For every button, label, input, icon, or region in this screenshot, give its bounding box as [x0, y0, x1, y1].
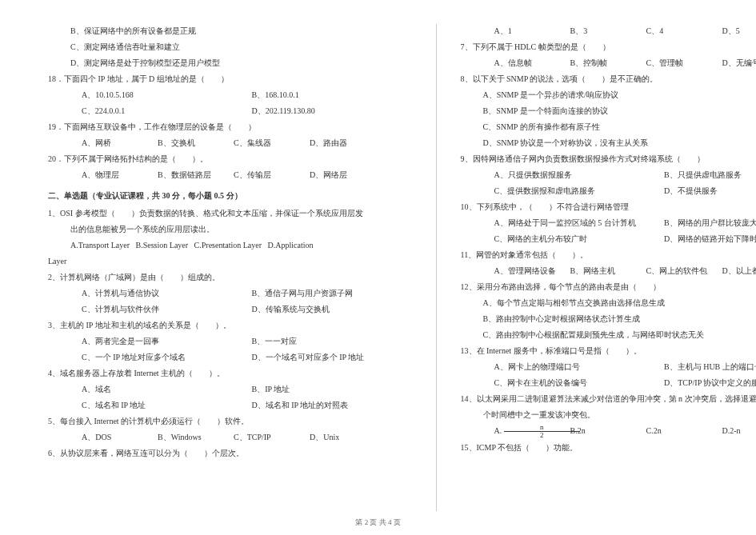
options-row: A、计算机与通信协议 B、通信子网与用户资源子网: [48, 286, 420, 301]
option: C、集线器: [234, 136, 310, 150]
option: A、1: [494, 24, 570, 38]
option: A、网卡上的物理端口号: [494, 360, 662, 374]
question-stem: 2、计算机网络（广域网）是由（ ）组成的。: [48, 270, 420, 285]
option: A、域名: [82, 382, 250, 397]
option: B、一一对应: [252, 334, 420, 349]
question-stem: 13、在 Internet 服务中，标准端口号是指（ ）。: [461, 344, 757, 358]
option: B.2n: [570, 424, 646, 439]
option: C、传输层: [234, 168, 310, 182]
option: D.Application: [268, 241, 314, 250]
question-stem: 18．下面四个 IP 地址，属于 D 组地址的是（ ）: [48, 72, 420, 86]
question-stem: 8、以下关于 SNMP 的说法，选项（ ）是不正确的。: [461, 72, 757, 86]
option: D、SNMP 协议是一个对称协议，没有主从关系: [461, 136, 757, 150]
option: C、网卡在主机的设备编号: [494, 376, 662, 390]
right-column: A、1 B、3 C、4 D、5 7、下列不属于 HDLC 帧类型的是（ ） A、…: [437, 24, 757, 511]
option: B、网络的用户群比较庞大的: [664, 216, 756, 230]
option: C、TCP/IP: [234, 430, 310, 445]
option: B、3: [570, 24, 646, 38]
options-row: C、一个 IP 地址对应多个域名 D、一个域名可对应多个 IP 地址: [48, 350, 420, 365]
options-row: A、两者完全是一回事 B、一一对应: [48, 334, 420, 349]
option: D.2-n: [722, 424, 757, 439]
option: C、4: [646, 24, 722, 38]
opt-line: D、测定网络是处于控制模型还是用户模型: [48, 56, 420, 70]
option: B、168.10.0.1: [252, 88, 420, 102]
option: A、DOS: [82, 430, 158, 445]
option: B、通信子网与用户资源子网: [252, 286, 420, 301]
options-row: C、224.0.0.1 D、202.119.130.80: [48, 104, 420, 118]
option: A、物理层: [82, 168, 158, 182]
option: A、10.10.5.168: [82, 88, 250, 102]
option: D、路由器: [310, 136, 386, 150]
question-stem: 5、每台接入 Internet 的计算机中必须运行（ ）软件。: [48, 414, 420, 429]
option: D、202.119.130.80: [252, 104, 420, 118]
options-row: A. n2 B.2n C.2n D.2-n: [461, 424, 757, 439]
page-footer: 第 2 页 共 4 页: [0, 516, 756, 529]
option: B、SNMP 是一个特面向连接的协议: [461, 104, 757, 118]
options-row: A、管理网络设备 B、网络主机 C、网上的软件包 D、以上都是: [461, 264, 757, 278]
options-row: A、域名 B、IP 地址: [48, 382, 420, 397]
question-stem: 1、OSI 参考模型（ ）负责数据的转换、格式化和文本压缩，并保证一个系统应用层…: [48, 206, 420, 221]
question-stem: 3、主机的 IP 地址和主机的域名的关系是（ ）。: [48, 318, 420, 333]
options-row: A、网卡上的物理端口号 B、主机与 HUB 上的端口号: [461, 360, 757, 374]
option: D、网络层: [310, 168, 386, 182]
option: B、只提供虚电路服务: [664, 168, 756, 182]
option: B、主机与 HUB 上的端口号: [664, 360, 756, 374]
question-stem: 14、以太网采用二进制退避算法来减少对信道的争用冲突，第 n 次冲突后，选择退避…: [461, 392, 757, 406]
option: B、Windows: [158, 430, 234, 445]
question-stem: 6、从协议层来看，网络互连可以分为（ ）个层次。: [48, 446, 420, 461]
options-row: A、网络处于同一监控区域的 5 台计算机 B、网络的用户群比较庞大的: [461, 216, 757, 230]
options-row: C、域名和 IP 地址 D、域名和 IP 地址的对照表: [48, 398, 420, 413]
question-stem-cont: 个时间槽中之一重发该冲突包。: [461, 408, 757, 422]
options-row: A、1 B、3 C、4 D、5: [461, 24, 757, 38]
question-stem: 7、下列不属于 HDLC 帧类型的是（ ）: [461, 40, 757, 54]
options-row: A、10.10.5.168 B、168.10.0.1: [48, 88, 420, 102]
option: A、管理网络设备: [494, 264, 570, 278]
option: C、提供数据报和虚电路服务: [494, 184, 662, 198]
opt-line: B、保证网络中的所有设备都是正规: [48, 24, 420, 38]
question-stem-cont: 出的信息能被另一个系统的应用层读出。: [48, 222, 420, 237]
option: A、SNMP 是一个异步的请求/响应协议: [461, 88, 757, 102]
options-row: A.Transport Layer B.Session Layer C.Pres…: [48, 238, 420, 253]
option: B、交换机: [158, 136, 234, 150]
option: A.Transport Layer: [70, 241, 130, 250]
question-stem: 12、采用分布路由选择，每个节点的路由表是由（ ）: [461, 280, 757, 294]
option: C、一个 IP 地址对应多个域名: [82, 350, 250, 365]
option: C、计算机与软件伙伴: [82, 302, 250, 317]
option: A、网桥: [82, 136, 158, 150]
question-stem: 20．下列不属于网络拓扑结构的是（ ）。: [48, 152, 420, 166]
section-heading: 二、单选题（专业认证课程，共 30 分，每小题 0.5 分）: [48, 189, 420, 203]
option: B、IP 地址: [252, 382, 420, 397]
option: D、无编号帧: [722, 56, 757, 70]
option: C、网络的主机分布较广时: [494, 232, 662, 246]
option: B、数据链路层: [158, 168, 234, 182]
exam-page: B、保证网络中的所有设备都是正规 C、测定网络通信吞吐量和建立 D、测定网络是处…: [0, 0, 756, 535]
option: A. n2: [494, 424, 570, 439]
question-stem: 9、因特网络通信子网内负责数据数据报操作方式对终端系统（ ）: [461, 152, 757, 166]
option: D、以上都是: [722, 264, 757, 278]
options-row: A、DOS B、Windows C、TCP/IP D、Unix: [48, 430, 420, 445]
question-stem: 19．下面网络互联设备中，工作在物理层的设备是（ ）: [48, 120, 420, 134]
options-row: A、信息帧 B、控制帧 C、管理帧 D、无编号帧: [461, 56, 757, 70]
option: D、一个域名可对应多个 IP 地址: [252, 350, 420, 365]
options-row: A、网桥 B、交换机 C、集线器 D、路由器: [48, 136, 420, 150]
question-stem: 11、网管的对象通常包括（ ）。: [461, 248, 757, 262]
option: A、两者完全是一回事: [82, 334, 250, 349]
option: D、网络的链路开始下降时: [664, 232, 756, 246]
option: C、域名和 IP 地址: [82, 398, 250, 413]
question-stem: 15、ICMP 不包括（ ）功能。: [461, 441, 757, 455]
option: B.Session Layer: [136, 241, 189, 250]
option: C、管理帧: [646, 56, 722, 70]
option: D、TCP/IP 协议中定义的服务端口号: [664, 376, 756, 390]
option: A、计算机与通信协议: [82, 286, 250, 301]
options-row: A、物理层 B、数据链路层 C、传输层 D、网络层: [48, 168, 420, 182]
option: C、路由控制中心根据配置规则预先生成，与网络即时状态无关: [461, 328, 757, 342]
options-row: C、网络的主机分布较广时 D、网络的链路开始下降时: [461, 232, 757, 246]
fraction-icon: n2: [504, 424, 580, 439]
options-row: C、提供数据报和虚电路服务 D、不提供服务: [461, 184, 757, 198]
option: D、域名和 IP 地址的对照表: [252, 398, 420, 413]
option: C、SNMP 的所有操作都有原子性: [461, 120, 757, 134]
option: C、网上的软件包: [646, 264, 722, 278]
option: C.Presentation Layer: [194, 241, 262, 250]
option: B、网络主机: [570, 264, 646, 278]
option: C、224.0.0.1: [82, 104, 250, 118]
